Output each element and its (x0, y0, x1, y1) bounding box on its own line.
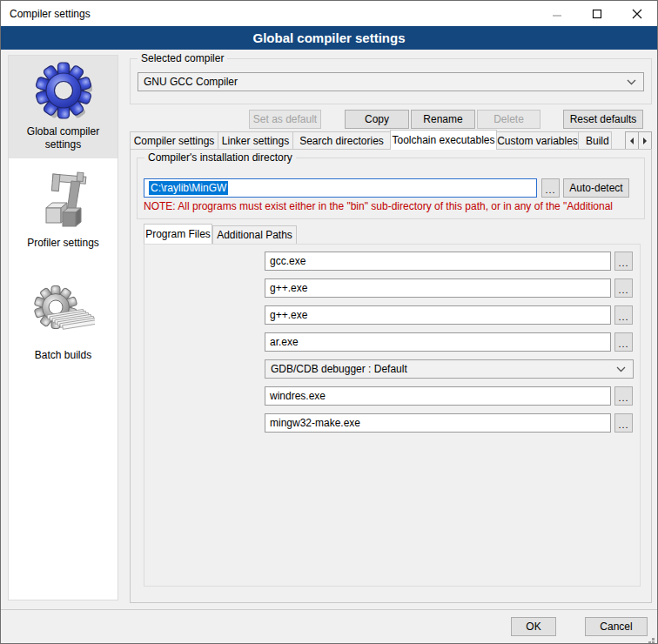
sidebar-item-profiler-settings[interactable]: Profiler settings (9, 167, 118, 257)
title-bar: Compiler settings (1, 1, 657, 26)
subtab-program-files[interactable]: Program Files (144, 224, 212, 244)
resize-grip[interactable] (652, 638, 655, 641)
copy-button[interactable]: Copy (345, 110, 409, 129)
settings-category-list: Global compiler settings (8, 55, 118, 600)
maximize-icon (592, 9, 602, 19)
install-directory-input[interactable]: C:\raylib\MinGW (144, 178, 537, 198)
selected-compiler-group: Selected compiler GNU GCC Compiler (130, 58, 652, 104)
debugger-select[interactable]: GDB/CDB debugger : Default (265, 359, 634, 379)
resource-compiler-input[interactable]: windres.exe (265, 386, 611, 406)
close-button[interactable] (617, 1, 657, 26)
minimize-button[interactable] (537, 1, 577, 26)
sidebar-item-label: Global compiler settings (10, 125, 116, 151)
footer-divider (1, 609, 657, 610)
c-compiler-input[interactable]: gcc.exe (265, 252, 611, 271)
set-as-default-button[interactable]: Set as default (249, 110, 321, 129)
cpp-compiler-browse-button[interactable]: ... (614, 278, 633, 298)
dynamic-linker-input[interactable]: g++.exe (265, 305, 611, 325)
make-program-browse-button[interactable]: ... (614, 413, 633, 433)
arrow-left-icon (628, 137, 635, 145)
compiler-select-value: GNU GCC Compiler (144, 76, 238, 88)
static-linker-browse-button[interactable]: ... (614, 332, 633, 352)
make-program-input[interactable]: mingw32-make.exe (265, 413, 611, 433)
tab-compiler-settings[interactable]: Compiler settings (130, 131, 218, 150)
cpp-compiler-input[interactable]: g++.exe (265, 278, 611, 298)
tab-linker-settings[interactable]: Linker settings (218, 131, 293, 150)
chevron-down-icon (627, 79, 636, 85)
group-label: Selected compiler (138, 52, 227, 64)
resource-compiler-browse-button[interactable]: ... (614, 386, 633, 406)
sidebar-item-batch-builds[interactable]: Batch builds (9, 279, 118, 369)
sidebar-item-global-compiler-settings[interactable]: Global compiler settings (9, 56, 118, 158)
tab-scroll-left-button[interactable] (625, 131, 639, 150)
compiler-settings-dialog: Compiler settings Global compiler settin… (0, 0, 658, 644)
maximize-button[interactable] (577, 1, 617, 26)
sidebar-item-label: Batch builds (10, 349, 116, 362)
tab-scroll-right-button[interactable] (638, 131, 652, 150)
selected-path-text: C:\raylib\MinGW (149, 181, 228, 195)
tab-build-clipped[interactable]: Build (578, 131, 612, 150)
group-label: Compiler's installation directory (144, 151, 296, 164)
window-title: Compiler settings (1, 8, 91, 20)
static-linker-input[interactable]: ar.exe (265, 332, 611, 352)
c-compiler-browse-button[interactable]: ... (614, 252, 633, 271)
page-title: Global compiler settings (1, 26, 657, 50)
reset-defaults-button[interactable]: Reset defaults (563, 110, 643, 129)
minimize-icon (552, 9, 562, 19)
tab-custom-variables[interactable]: Custom variables (496, 131, 579, 150)
ok-button[interactable]: OK (511, 617, 556, 636)
blue-gear-icon (10, 61, 116, 122)
dynamic-linker-browse-button[interactable]: ... (614, 305, 633, 325)
subtab-additional-paths[interactable]: Additional Paths (212, 225, 297, 244)
settings-tab-bar: Compiler settings Linker settings Search… (130, 130, 652, 150)
tab-toolchain-executables[interactable]: Toolchain executables (390, 130, 497, 150)
rename-button[interactable]: Rename (411, 110, 475, 129)
gear-stack-icon (10, 285, 116, 345)
bin-subdirectory-note: NOTE: All programs must exist either in … (144, 200, 636, 212)
delete-button[interactable]: Delete (477, 110, 540, 129)
caliper-icon (10, 172, 116, 233)
close-icon (632, 9, 642, 19)
install-directory-browse-button[interactable]: ... (541, 178, 560, 198)
sidebar-item-label: Profiler settings (10, 237, 116, 250)
cancel-button[interactable]: Cancel (585, 617, 648, 636)
compiler-select[interactable]: GNU GCC Compiler (138, 72, 644, 91)
auto-detect-button[interactable]: Auto-detect (563, 178, 629, 198)
tab-search-directories[interactable]: Search directories (292, 131, 391, 150)
chevron-down-icon (616, 366, 626, 372)
arrow-right-icon (641, 137, 648, 145)
